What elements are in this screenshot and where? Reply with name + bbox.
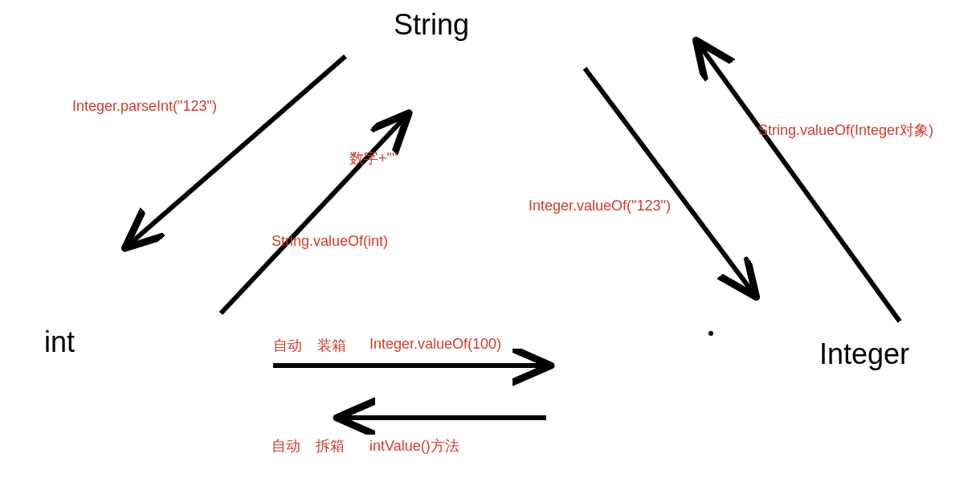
label-autounbox-1: 自动 [272, 436, 300, 456]
label-parseint: Integer.parseInt("123") [72, 98, 217, 115]
arrow-string-to-int [129, 56, 345, 245]
label-string-valueof-integer: String.valueOf(Integer对象) [758, 121, 933, 140]
label-string-valueof-int: String.valueOf(int) [272, 233, 388, 250]
arrow-string-to-integer [585, 68, 753, 293]
dot-mark [708, 331, 713, 336]
arrow-integer-to-string [699, 44, 900, 321]
label-integer-valueof-100: Integer.valueOf(100) [370, 336, 501, 353]
node-int: int [44, 325, 75, 359]
arrow-int-to-string [221, 116, 406, 313]
label-number-plus: 数字+"" [349, 149, 397, 168]
arrows-layer [0, 0, 980, 478]
label-autobox-1: 自动 [273, 336, 302, 355]
node-integer: Integer [819, 337, 909, 371]
label-autobox-2: 装箱 [317, 336, 346, 355]
label-integer-valueof-str: Integer.valueOf("123") [529, 198, 671, 214]
node-string: String [394, 8, 469, 42]
label-autounbox-2: 拆箱 [316, 436, 345, 456]
label-intvalue: intValue()方法 [370, 436, 459, 456]
